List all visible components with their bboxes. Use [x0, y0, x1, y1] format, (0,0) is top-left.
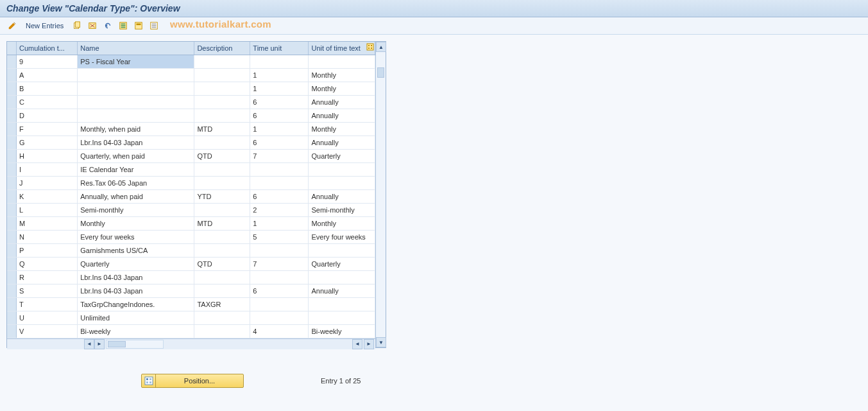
vertical-scrollbar[interactable]: ▲ ▼: [375, 42, 386, 347]
cell-cumulation-type[interactable]: R: [16, 270, 77, 284]
cell-unit-text[interactable]: [309, 176, 375, 189]
cell-unit-text[interactable]: [309, 243, 375, 257]
cell-cumulation-type[interactable]: H: [16, 149, 77, 162]
cell-unit-text[interactable]: [309, 311, 375, 324]
cell-cumulation-type[interactable]: D: [16, 109, 77, 122]
cell-unit-text[interactable]: [309, 55, 375, 68]
table-row[interactable]: KAnnually, when paidYTD6Annually: [7, 189, 375, 203]
cell-unit-text[interactable]: Annually: [309, 136, 375, 149]
col-header-description[interactable]: Description: [194, 42, 250, 55]
row-select-handle[interactable]: [7, 82, 16, 95]
scroll-right-end-icon[interactable]: ►: [364, 339, 374, 349]
cell-cumulation-type[interactable]: 9: [16, 55, 77, 68]
cell-unit-text[interactable]: Annually: [309, 95, 375, 109]
cell-cumulation-type[interactable]: N: [16, 230, 77, 243]
row-select-handle[interactable]: [7, 324, 16, 338]
cell-time-unit[interactable]: 5: [250, 230, 309, 243]
table-row[interactable]: MMonthlyMTD1Monthly: [7, 216, 375, 230]
cell-time-unit[interactable]: [250, 311, 309, 324]
cell-description[interactable]: [194, 176, 250, 189]
cell-unit-text[interactable]: [309, 162, 375, 176]
cell-name[interactable]: [78, 95, 194, 109]
row-select-handle[interactable]: [7, 95, 16, 109]
cell-time-unit[interactable]: [250, 176, 309, 189]
row-select-handle[interactable]: [7, 176, 16, 189]
cell-name[interactable]: PS - Fiscal Year: [78, 55, 194, 68]
cell-description[interactable]: TAXGR: [194, 297, 250, 311]
row-select-handle[interactable]: [7, 189, 16, 203]
table-row[interactable]: JRes.Tax 06-05 Japan: [7, 176, 375, 189]
cell-name[interactable]: Quarterly, when paid: [78, 149, 194, 162]
row-select-handle[interactable]: [7, 68, 16, 82]
cell-time-unit[interactable]: [250, 162, 309, 176]
cell-description[interactable]: [194, 243, 250, 257]
cell-description[interactable]: QTD: [194, 257, 250, 270]
copy-icon[interactable]: [71, 20, 83, 31]
new-entries-button[interactable]: New Entries: [22, 20, 67, 31]
row-select-handle[interactable]: [7, 136, 16, 149]
col-header-name[interactable]: Name: [78, 42, 194, 55]
cell-cumulation-type[interactable]: I: [16, 162, 77, 176]
cell-description[interactable]: [194, 324, 250, 338]
cell-time-unit[interactable]: 7: [250, 149, 309, 162]
delete-icon[interactable]: [87, 20, 98, 31]
cell-cumulation-type[interactable]: K: [16, 189, 77, 203]
cell-unit-text[interactable]: Monthly: [309, 68, 375, 82]
table-row[interactable]: GLbr.Ins 04-03 Japan6Annually: [7, 136, 375, 149]
cell-name[interactable]: Monthly, when paid: [78, 122, 194, 136]
table-row[interactable]: IIE Calendar Year: [7, 162, 375, 176]
cell-time-unit[interactable]: [250, 55, 309, 68]
cell-name[interactable]: Res.Tax 06-05 Japan: [78, 176, 194, 189]
cell-unit-text[interactable]: Annually: [309, 284, 375, 297]
select-block-icon[interactable]: [133, 20, 144, 31]
cell-cumulation-type[interactable]: G: [16, 136, 77, 149]
table-row[interactable]: FMonthly, when paidMTD1Monthly: [7, 122, 375, 136]
table-row[interactable]: NEvery four weeks5Every four weeks: [7, 230, 375, 243]
cell-description[interactable]: QTD: [194, 149, 250, 162]
table-row[interactable]: PGarnishments US/CA: [7, 243, 375, 257]
cell-time-unit[interactable]: 6: [250, 136, 309, 149]
cell-unit-text[interactable]: Bi-weekly: [309, 324, 375, 338]
row-select-handle[interactable]: [7, 230, 16, 243]
cell-time-unit[interactable]: 4: [250, 324, 309, 338]
cell-unit-text[interactable]: Monthly: [309, 82, 375, 95]
cell-time-unit[interactable]: 6: [250, 109, 309, 122]
cell-time-unit[interactable]: 6: [250, 284, 309, 297]
scroll-right-icon[interactable]: ►: [94, 339, 105, 349]
cell-name[interactable]: [78, 109, 194, 122]
cell-name[interactable]: Annually, when paid: [78, 189, 194, 203]
undo-icon[interactable]: [102, 20, 114, 31]
cell-cumulation-type[interactable]: S: [16, 284, 77, 297]
cell-description[interactable]: [194, 230, 250, 243]
hscroll-thumb[interactable]: [108, 341, 126, 347]
cell-unit-text[interactable]: Monthly: [309, 122, 375, 136]
scroll-left-icon[interactable]: ◄: [84, 339, 94, 349]
cell-unit-text[interactable]: Monthly: [309, 216, 375, 230]
cell-cumulation-type[interactable]: A: [16, 68, 77, 82]
cell-unit-text[interactable]: [309, 297, 375, 311]
row-select-handle[interactable]: [7, 162, 16, 176]
cell-cumulation-type[interactable]: F: [16, 122, 77, 136]
table-row[interactable]: B1Monthly: [7, 82, 375, 95]
table-row[interactable]: HQuarterly, when paidQTD7Quarterly: [7, 149, 375, 162]
cell-cumulation-type[interactable]: U: [16, 311, 77, 324]
cell-description[interactable]: [194, 82, 250, 95]
cell-description[interactable]: [194, 270, 250, 284]
table-row[interactable]: RLbr.Ins 04-03 Japan: [7, 270, 375, 284]
cell-name[interactable]: Bi-weekly: [78, 324, 194, 338]
cell-unit-text[interactable]: Annually: [309, 109, 375, 122]
table-row[interactable]: VBi-weekly4Bi-weekly: [7, 324, 375, 338]
table-row[interactable]: TTaxGrpChangeIndones.TAXGR: [7, 297, 375, 311]
cell-name[interactable]: Garnishments US/CA: [78, 243, 194, 257]
row-select-handle[interactable]: [7, 122, 16, 136]
row-select-handle[interactable]: [7, 109, 16, 122]
vscroll-track[interactable]: [376, 52, 386, 337]
cell-unit-text[interactable]: Every four weeks: [309, 230, 375, 243]
cell-time-unit[interactable]: 6: [250, 95, 309, 109]
col-header-unit-text[interactable]: Unit of time text: [309, 42, 375, 55]
cell-cumulation-type[interactable]: C: [16, 95, 77, 109]
row-select-handle[interactable]: [7, 203, 16, 216]
cell-name[interactable]: Every four weeks: [78, 230, 194, 243]
row-select-handle[interactable]: [7, 270, 16, 284]
cell-description[interactable]: [194, 95, 250, 109]
